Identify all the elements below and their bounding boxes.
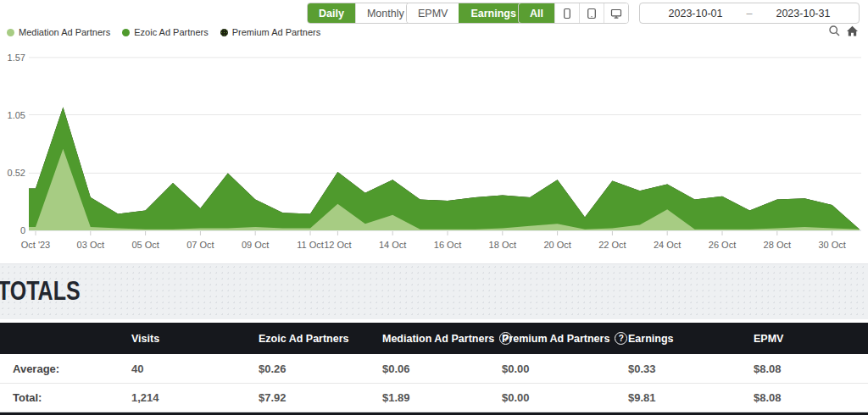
x-axis-label: 07 Oct [186,240,214,250]
mediation-legend-dot-icon [7,29,14,36]
x-axis-label: Oct '23 [21,240,51,250]
average-mediation-value: $0.06 [382,354,410,383]
date-range-separator: – [747,8,753,19]
daily-button[interactable]: Daily [308,3,355,23]
average-visits-value: 40 [131,354,143,383]
device-filter-group: All [518,3,629,24]
row-label: Total: [13,384,42,411]
legend-item-ezoic[interactable]: Ezoic Ad Partners [122,27,208,37]
legend-label: Mediation Ad Partners [19,27,110,37]
legend-item-mediation[interactable]: Mediation Ad Partners [7,27,110,37]
table-row-total: Total: 1,214 $7.92 $1.89 $0.00 $9.81 $8.… [0,383,868,411]
mobile-filter-button[interactable] [554,3,579,23]
average-premium-value: $0.00 [502,354,530,383]
desktop-filter-button[interactable] [604,3,628,23]
premium-help-icon[interactable]: ? [615,332,627,345]
column-header-visits: Visits [131,323,159,354]
x-axis-label: 16 Oct [434,240,461,250]
tablet-filter-button[interactable] [579,3,604,23]
totals-section: TOTALS [0,263,868,319]
total-earnings-value: $9.81 [628,384,656,411]
chart-toolbar [828,25,859,37]
average-ezoic-value: $0.26 [259,354,287,383]
column-header-ezoic: Ezoic Ad Partners [259,323,349,354]
earnings-area-chart[interactable]: 00.521.051.57Oct '2303 Oct05 Oct07 Oct09… [0,0,868,263]
total-premium-value: $0.00 [502,384,530,411]
column-header-premium: Premium Ad Partners ? [502,323,627,354]
x-axis-label: 24 Oct [654,240,681,250]
table-row-average: Average: 40 $0.26 $0.06 $0.00 $0.33 $8.0… [0,354,868,383]
x-axis-label: 12 Oct [324,240,351,250]
mobile-icon [561,8,573,19]
x-axis-label: 11 Oct [297,240,324,250]
start-date-input[interactable]: 2023-10-01 [665,8,726,19]
x-axis-label: 03 Oct [77,240,104,250]
y-axis-label: 1.57 [8,53,25,63]
area-series-2 [29,107,860,230]
frequency-toggle-group: Daily Monthly [307,3,416,24]
metric-toggle-group: EPMV Earnings [406,3,528,24]
column-header-label: Premium Ad Partners [502,333,609,345]
total-mediation-value: $1.89 [382,384,410,411]
date-range-picker[interactable]: 2023-10-01 – 2023-10-31 [639,3,860,24]
average-epmv-value: $8.08 [754,354,782,383]
total-epmv-value: $8.08 [754,384,782,411]
legend-label: Premium Ad Partners [232,27,321,37]
average-earnings-value: $0.33 [628,354,656,383]
end-date-input[interactable]: 2023-10-31 [772,8,833,19]
column-header-label: Mediation Ad Partners [382,333,494,345]
x-axis-label: 18 Oct [489,240,516,250]
all-devices-button[interactable]: All [519,3,554,23]
column-header-epmv: EPMV [754,323,783,354]
chart-legend: Mediation Ad Partners Ezoic Ad Partners … [7,27,320,37]
premium-legend-dot-icon [220,29,228,36]
y-axis-label: 0 [20,225,25,235]
x-axis-label: 22 Oct [598,240,626,250]
total-visits-value: 1,214 [131,384,159,411]
x-axis-label: 09 Oct [242,240,269,250]
tablet-icon [586,8,598,19]
next-section-header-edge [0,412,868,415]
totals-section-title: TOTALS [0,276,81,306]
ezoic-analytics-dashboard: 00.521.051.57Oct '2303 Oct05 Oct07 Oct09… [0,0,868,415]
legend-item-premium[interactable]: Premium Ad Partners [220,27,321,37]
column-header-mediation: Mediation Ad Partners ? [382,323,512,354]
earnings-button[interactable]: Earnings [459,3,527,23]
ezoic-legend-dot-icon [122,29,130,36]
legend-label: Ezoic Ad Partners [134,27,208,37]
total-ezoic-value: $7.92 [259,384,287,411]
desktop-icon [610,8,622,19]
x-axis-label: 28 Oct [764,240,791,250]
x-axis-label: 30 Oct [818,240,845,250]
epmv-button[interactable]: EPMV [407,3,459,23]
zoom-search-icon[interactable] [828,25,841,37]
y-axis-label: 1.05 [8,110,25,120]
column-header-earnings: Earnings [628,323,674,354]
x-axis-label: 26 Oct [709,240,736,250]
y-axis-label: 0.52 [8,168,25,178]
x-axis-label: 05 Oct [131,240,159,250]
x-axis-label: 14 Oct [379,240,406,250]
home-icon[interactable] [846,25,859,37]
totals-table-header: Visits Ezoic Ad Partners Mediation Ad Pa… [0,323,868,354]
x-axis-label: 20 Oct [543,240,570,250]
row-label: Average: [13,354,59,383]
